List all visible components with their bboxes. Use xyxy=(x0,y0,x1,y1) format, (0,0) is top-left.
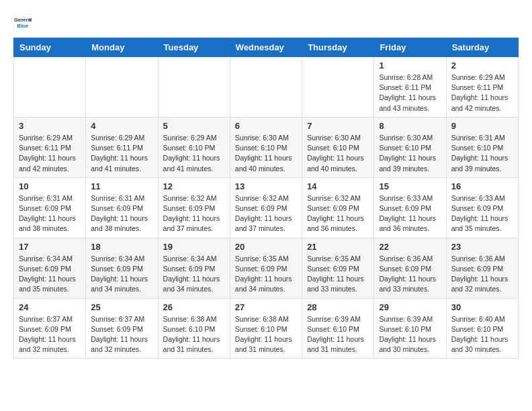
day-info: Sunrise: 6:31 AMSunset: 6:09 PMDaylight:… xyxy=(19,193,81,234)
calendar-cell: 21Sunrise: 6:35 AMSunset: 6:09 PMDayligh… xyxy=(302,238,374,298)
day-info: Sunrise: 6:34 AMSunset: 6:09 PMDaylight:… xyxy=(19,254,81,295)
day-number: 4 xyxy=(91,121,152,131)
day-info: Sunrise: 6:40 AMSunset: 6:10 PMDaylight:… xyxy=(451,314,513,355)
day-info: Sunrise: 6:29 AMSunset: 6:11 PMDaylight:… xyxy=(19,133,81,174)
calendar-cell: 24Sunrise: 6:37 AMSunset: 6:09 PMDayligh… xyxy=(14,298,86,359)
day-number: 15 xyxy=(379,181,441,191)
weekday-header-wednesday: Wednesday xyxy=(230,38,302,57)
day-number: 20 xyxy=(235,242,297,252)
day-number: 11 xyxy=(91,181,152,191)
calendar-week-2: 3Sunrise: 6:29 AMSunset: 6:11 PMDaylight… xyxy=(14,117,519,177)
day-number: 16 xyxy=(451,181,513,191)
calendar-cell xyxy=(86,57,158,118)
day-info: Sunrise: 6:32 AMSunset: 6:09 PMDaylight:… xyxy=(235,193,297,234)
day-number: 14 xyxy=(307,181,369,191)
calendar-cell: 11Sunrise: 6:31 AMSunset: 6:09 PMDayligh… xyxy=(86,177,158,238)
day-info: Sunrise: 6:28 AMSunset: 6:11 PMDaylight:… xyxy=(379,73,441,113)
day-info: Sunrise: 6:36 AMSunset: 6:09 PMDaylight:… xyxy=(379,254,441,295)
calendar-cell: 8Sunrise: 6:30 AMSunset: 6:10 PMDaylight… xyxy=(374,117,446,177)
day-info: Sunrise: 6:35 AMSunset: 6:09 PMDaylight:… xyxy=(235,254,297,295)
calendar-cell: 16Sunrise: 6:33 AMSunset: 6:09 PMDayligh… xyxy=(446,177,518,238)
day-number: 25 xyxy=(91,302,152,312)
calendar-week-4: 17Sunrise: 6:34 AMSunset: 6:09 PMDayligh… xyxy=(14,238,519,298)
day-number: 1 xyxy=(379,60,441,71)
calendar-cell: 30Sunrise: 6:40 AMSunset: 6:10 PMDayligh… xyxy=(446,298,518,359)
day-info: Sunrise: 6:32 AMSunset: 6:09 PMDaylight:… xyxy=(163,193,225,234)
day-info: Sunrise: 6:33 AMSunset: 6:09 PMDaylight:… xyxy=(379,193,441,234)
day-info: Sunrise: 6:30 AMSunset: 6:10 PMDaylight:… xyxy=(235,133,297,174)
calendar-cell: 27Sunrise: 6:38 AMSunset: 6:10 PMDayligh… xyxy=(230,298,302,359)
day-info: Sunrise: 6:34 AMSunset: 6:09 PMDaylight:… xyxy=(163,254,225,295)
day-number: 27 xyxy=(235,302,297,312)
day-info: Sunrise: 6:29 AMSunset: 6:11 PMDaylight:… xyxy=(91,133,152,174)
day-number: 22 xyxy=(379,242,441,252)
day-number: 8 xyxy=(379,121,441,131)
day-number: 23 xyxy=(451,242,513,252)
day-info: Sunrise: 6:37 AMSunset: 6:09 PMDaylight:… xyxy=(19,314,81,355)
day-number: 5 xyxy=(163,121,225,131)
day-number: 21 xyxy=(307,242,369,252)
calendar-cell: 9Sunrise: 6:31 AMSunset: 6:10 PMDaylight… xyxy=(446,117,518,177)
calendar-cell: 15Sunrise: 6:33 AMSunset: 6:09 PMDayligh… xyxy=(374,177,446,238)
calendar-cell: 5Sunrise: 6:29 AMSunset: 6:10 PMDaylight… xyxy=(158,117,230,177)
calendar-cell xyxy=(230,57,302,118)
header: General Blue xyxy=(13,11,519,32)
day-number: 6 xyxy=(235,121,297,131)
day-info: Sunrise: 6:35 AMSunset: 6:09 PMDaylight:… xyxy=(307,254,369,295)
day-info: Sunrise: 6:30 AMSunset: 6:10 PMDaylight:… xyxy=(379,133,441,174)
day-number: 3 xyxy=(19,121,81,131)
page: General Blue SundayMondayTuesdayWednesda… xyxy=(0,0,532,369)
calendar-cell: 25Sunrise: 6:37 AMSunset: 6:09 PMDayligh… xyxy=(86,298,158,359)
day-number: 17 xyxy=(19,242,81,252)
day-number: 28 xyxy=(307,302,369,312)
calendar-cell: 29Sunrise: 6:39 AMSunset: 6:10 PMDayligh… xyxy=(374,298,446,359)
calendar-week-1: 1Sunrise: 6:28 AMSunset: 6:11 PMDaylight… xyxy=(14,57,519,118)
day-info: Sunrise: 6:39 AMSunset: 6:10 PMDaylight:… xyxy=(379,314,441,355)
day-info: Sunrise: 6:36 AMSunset: 6:09 PMDaylight:… xyxy=(451,254,513,295)
day-info: Sunrise: 6:29 AMSunset: 6:11 PMDaylight:… xyxy=(451,73,513,113)
weekday-header-monday: Monday xyxy=(86,38,158,57)
day-number: 24 xyxy=(19,302,81,312)
day-number: 18 xyxy=(91,242,152,252)
weekday-header-friday: Friday xyxy=(374,38,446,57)
calendar-cell: 3Sunrise: 6:29 AMSunset: 6:11 PMDaylight… xyxy=(14,117,86,177)
calendar-cell: 19Sunrise: 6:34 AMSunset: 6:09 PMDayligh… xyxy=(158,238,230,298)
day-info: Sunrise: 6:39 AMSunset: 6:10 PMDaylight:… xyxy=(307,314,369,355)
weekday-header-thursday: Thursday xyxy=(302,38,374,57)
day-info: Sunrise: 6:34 AMSunset: 6:09 PMDaylight:… xyxy=(91,254,152,295)
day-info: Sunrise: 6:37 AMSunset: 6:09 PMDaylight:… xyxy=(91,314,152,355)
weekday-header-sunday: Sunday xyxy=(14,38,86,57)
day-number: 29 xyxy=(379,302,441,312)
day-number: 2 xyxy=(451,60,513,71)
calendar-cell: 4Sunrise: 6:29 AMSunset: 6:11 PMDaylight… xyxy=(86,117,158,177)
svg-text:Blue: Blue xyxy=(17,23,30,29)
day-info: Sunrise: 6:29 AMSunset: 6:10 PMDaylight:… xyxy=(163,133,225,174)
calendar-cell: 17Sunrise: 6:34 AMSunset: 6:09 PMDayligh… xyxy=(14,238,86,298)
weekday-header-tuesday: Tuesday xyxy=(158,38,230,57)
svg-text:General: General xyxy=(14,17,32,22)
day-number: 19 xyxy=(163,242,225,252)
calendar-cell: 14Sunrise: 6:32 AMSunset: 6:09 PMDayligh… xyxy=(302,177,374,238)
calendar-cell: 26Sunrise: 6:38 AMSunset: 6:10 PMDayligh… xyxy=(158,298,230,359)
day-number: 13 xyxy=(235,181,297,191)
day-number: 12 xyxy=(163,181,225,191)
logo-icon: General Blue xyxy=(13,13,32,32)
day-number: 10 xyxy=(19,181,81,191)
calendar-cell: 12Sunrise: 6:32 AMSunset: 6:09 PMDayligh… xyxy=(158,177,230,238)
day-number: 7 xyxy=(307,121,369,131)
calendar-cell: 20Sunrise: 6:35 AMSunset: 6:09 PMDayligh… xyxy=(230,238,302,298)
calendar-cell xyxy=(14,57,86,118)
calendar-cell: 1Sunrise: 6:28 AMSunset: 6:11 PMDaylight… xyxy=(374,57,446,118)
day-info: Sunrise: 6:31 AMSunset: 6:09 PMDaylight:… xyxy=(91,193,152,234)
weekday-header-row: SundayMondayTuesdayWednesdayThursdayFrid… xyxy=(14,38,519,57)
day-number: 9 xyxy=(451,121,513,131)
calendar-cell: 18Sunrise: 6:34 AMSunset: 6:09 PMDayligh… xyxy=(86,238,158,298)
day-info: Sunrise: 6:30 AMSunset: 6:10 PMDaylight:… xyxy=(307,133,369,174)
day-info: Sunrise: 6:32 AMSunset: 6:09 PMDaylight:… xyxy=(307,193,369,234)
calendar-cell: 6Sunrise: 6:30 AMSunset: 6:10 PMDaylight… xyxy=(230,117,302,177)
day-number: 30 xyxy=(451,302,513,312)
calendar-cell: 10Sunrise: 6:31 AMSunset: 6:09 PMDayligh… xyxy=(14,177,86,238)
calendar-cell: 2Sunrise: 6:29 AMSunset: 6:11 PMDaylight… xyxy=(446,57,518,118)
day-info: Sunrise: 6:33 AMSunset: 6:09 PMDaylight:… xyxy=(451,193,513,234)
calendar-cell: 13Sunrise: 6:32 AMSunset: 6:09 PMDayligh… xyxy=(230,177,302,238)
